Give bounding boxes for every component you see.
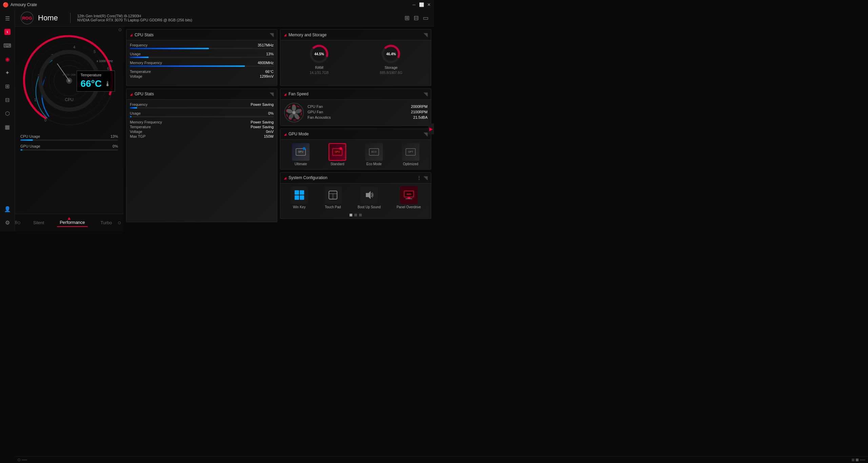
minimize-button[interactable]: ─: [412, 2, 416, 7]
dot-2: [354, 214, 357, 216]
dot-3: [359, 214, 362, 216]
fan-speed-panel: ◢ Fan Speed ◥: [280, 89, 431, 126]
sidebar-item-tag[interactable]: ⬡: [1, 107, 14, 119]
cpu-freq-row: Frequency 3517MHz: [130, 43, 274, 47]
monitor-icon: ▦: [5, 124, 10, 130]
maximize-button[interactable]: ⬜: [419, 2, 424, 7]
gpu-mode-optimized[interactable]: OPT Optimized: [402, 143, 419, 166]
gpu-mode-eco-icon: ECO: [365, 143, 383, 161]
sidebar-item-lighting[interactable]: ✦: [1, 66, 14, 79]
titlebar-title: Armoury Crate: [11, 2, 37, 7]
sidebar-item-tools[interactable]: ⊞: [1, 80, 14, 92]
sidebar-item-sliders[interactable]: ⊟: [1, 94, 14, 106]
fan-icon-svg: [284, 102, 304, 123]
gpu-mode-standard-label: Standard: [331, 162, 344, 166]
cpu-info: 12th Gen Intel(R) Core(TM) i9-12900H: [77, 14, 192, 18]
cpu-freq-value: 3517MHz: [258, 43, 274, 47]
sidebar-item-keyboard[interactable]: ⌨: [1, 39, 14, 52]
svg-rect-59: [408, 197, 410, 198]
sys-config-win-key[interactable]: Win Key: [291, 186, 308, 209]
cpu-stats-corner-tl: ◢: [130, 33, 133, 37]
mem-storage-header: ◢ Memory and Storage ◥: [280, 30, 431, 40]
svg-text:4: 4: [73, 45, 75, 49]
sys-config-panel-overdrive[interactable]: 3MS Panel Overdrive: [397, 186, 421, 209]
gpu-mode-body: GPU Ultimate: [280, 140, 431, 169]
sidebar-item-aura[interactable]: ◉: [1, 53, 14, 65]
svg-rect-50: [295, 195, 299, 200]
temperature-overlay: Temperature 66°C 🌡: [77, 71, 115, 92]
sliders-icon: ⊟: [5, 97, 9, 103]
cpu-usage-value: 13%: [111, 134, 118, 138]
gpu-mode-optimized-label: Optimized: [403, 162, 418, 166]
cpu-usage-bar-fill: [20, 139, 33, 141]
keyboard-icon: ⌨: [3, 42, 11, 49]
cpu-usage-row: CPU Usage 13%: [20, 134, 118, 141]
sys-config-body: Win Key: [280, 184, 431, 212]
svg-rect-48: [295, 190, 299, 195]
gpu-memfreq-value: Power Saving: [251, 120, 274, 124]
close-button[interactable]: ✕: [427, 2, 431, 7]
expand-right-button[interactable]: ▶: [428, 123, 434, 134]
gpu-mode-eco[interactable]: ECO Eco Mode: [365, 143, 383, 166]
dot-1: [350, 214, 352, 216]
fan-acoustics-row: Fan Acoustics 21.5dBA: [308, 115, 428, 119]
home-badge: 1: [4, 29, 11, 35]
sidebar-item-home[interactable]: 1: [1, 26, 14, 38]
cpu-temp-row: Temperature 66°C: [130, 70, 274, 74]
gpu-voltage-value: 0mV: [266, 130, 274, 134]
gpu-usage-stat-bar: [130, 116, 274, 117]
gpu-info: NVIDIA GeForce RTX 3070 Ti Laptop GPU GD…: [77, 18, 192, 22]
sys-config-more-icon[interactable]: ⋮: [417, 175, 421, 180]
sys-corner-tr: ◥: [423, 175, 428, 181]
svg-line-19: [57, 64, 69, 81]
sys-config-boot-sound[interactable]: Boot Up Sound: [358, 186, 381, 209]
layout-button[interactable]: ⊟: [414, 14, 419, 22]
fan-acoustics-label: Fan Acoustics: [308, 115, 331, 119]
grid-view-button[interactable]: ⊞: [405, 14, 410, 22]
sidebar-item-monitor[interactable]: ▦: [1, 121, 14, 133]
cpu-temp-value: 66°C: [265, 70, 274, 74]
gpu-mode-standard[interactable]: GPU Standard: [329, 143, 346, 166]
titlebar-controls: ─ ⬜ ✕: [412, 2, 431, 7]
sidebar-item-user[interactable]: 👤: [1, 203, 14, 215]
expand-button[interactable]: ▭: [423, 14, 429, 22]
cpu-usage-stat-row: Usage 13%: [130, 52, 274, 56]
user-icon: 👤: [4, 206, 11, 212]
svg-text:6: 6: [107, 66, 109, 71]
lighting-icon: ✦: [5, 70, 9, 76]
mode-tab-turbo[interactable]: Turbo: [98, 219, 115, 227]
gpu-stats-body: Frequency Power Saving Usage 0%: [126, 100, 277, 142]
right-column: ◢ Fan Speed ◥: [280, 89, 431, 223]
sys-corner-tl: ◢: [284, 176, 287, 180]
gpu-temp-value: Power Saving: [251, 125, 274, 129]
sys-config-touchpad[interactable]: Touch Pad: [324, 186, 342, 209]
gpu-memfreq-label: Memory Frequency: [130, 120, 162, 124]
storage-sub: 885.8/1907.6G: [380, 71, 402, 75]
sidebar-item-settings[interactable]: ⚙: [1, 216, 14, 229]
mode-tab-performance[interactable]: Performance: [57, 218, 87, 227]
gpu-mode-ultimate[interactable]: GPU Ultimate: [292, 143, 310, 166]
svg-marker-55: [366, 191, 371, 199]
hamburger-icon: ☰: [5, 15, 10, 22]
sys-config-dots: [280, 212, 431, 218]
fan-corner-tl: ◢: [284, 92, 287, 96]
mode-tab-silent[interactable]: Silent: [31, 219, 47, 227]
gpu-usage-bar-fill: [20, 149, 22, 151]
cpu-temp-label: Temperature: [130, 70, 151, 74]
svg-text:ECO: ECO: [371, 151, 377, 153]
cpu-fan-value: 2000RPM: [411, 104, 428, 109]
cpu-memfreq-row: Memory Frequency 4800MHz: [130, 61, 274, 65]
touchpad-icon: [324, 186, 342, 204]
gpu-freq-bar: [130, 107, 274, 109]
gpu-mode-standard-icon: GPU: [329, 143, 346, 161]
sidebar-item-menu[interactable]: ☰: [1, 12, 14, 24]
mem-storage-title: Memory and Storage: [289, 33, 327, 37]
mem-storage-body: 44.5% RAM 14.1/31.7GB: [280, 40, 431, 78]
sys-config-header: ◢ System Configuration ⋮ ◥: [280, 173, 431, 184]
titlebar-left: 🔴 Armoury Crate: [3, 2, 37, 7]
mem-storage-panel: ◢ Memory and Storage ◥: [280, 29, 431, 86]
right-panels: ◢ CPU Stats ◥ Frequency 3517MHz: [123, 26, 434, 231]
cpu-freq-bar-fill: [130, 48, 209, 49]
header-actions: ⊞ ⊟ ▭: [405, 14, 429, 22]
gpu-maxtgp-value: 150W: [264, 134, 274, 138]
